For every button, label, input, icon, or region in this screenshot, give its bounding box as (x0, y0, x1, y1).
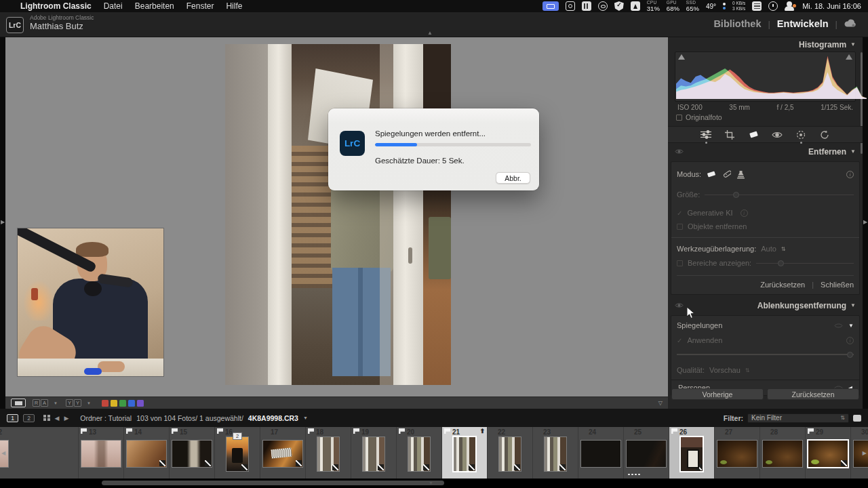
ablenkung-switch-icon[interactable] (675, 302, 684, 308)
adjustments-badge-icon[interactable] (841, 460, 847, 466)
creative-cloud-icon[interactable] (598, 1, 608, 11)
filmstrip-cell-28[interactable]: 28 (760, 427, 806, 479)
photo-thumbnail-16[interactable] (226, 437, 248, 471)
entfernen-reset-link[interactable]: Zurücksetzen (760, 281, 805, 289)
photo-thumbnail-29[interactable] (808, 441, 848, 467)
photo-thumbnail-14[interactable] (127, 441, 166, 467)
filmstrip-cell-23[interactable]: 23 (533, 427, 578, 479)
loupe-view-icon[interactable] (11, 399, 26, 407)
calendar-icon[interactable] (752, 1, 762, 11)
panel-switch-icon[interactable] (675, 148, 684, 155)
masking-tool[interactable] (795, 129, 807, 140)
filmstrip-cell-27[interactable]: 27 (715, 427, 760, 479)
pick-flag-icon[interactable] (399, 428, 405, 434)
main-window-button[interactable]: 1 (7, 414, 18, 422)
photo-thumbnail-17[interactable] (263, 441, 302, 467)
remove-tool[interactable] (747, 129, 760, 140)
photo-thumbnail-20[interactable] (408, 437, 430, 471)
sync-tool[interactable] (818, 129, 831, 140)
anwenden-checkbox[interactable]: ✓ (677, 337, 682, 344)
filmstrip-scroll-right-icon[interactable]: ▶ (863, 450, 867, 456)
photo-thumbnail-23[interactable] (545, 437, 566, 471)
spiegelungen-amount-slider[interactable] (677, 350, 854, 359)
right-panel-collapse-arrow[interactable]: ▶ (863, 219, 867, 225)
crop-tool[interactable] (724, 129, 736, 140)
modus-clone-icon[interactable] (736, 169, 746, 180)
filmstrip-cell-29[interactable]: 29 (806, 427, 851, 479)
filmstrip-cell-20[interactable]: 20 (397, 427, 442, 479)
filmstrip-cell-15[interactable]: 15 (170, 427, 215, 479)
modus-heal-icon[interactable] (721, 169, 731, 180)
camera-icon[interactable] (566, 1, 575, 11)
toolbar-options-dropdown-icon[interactable]: ▽ (658, 400, 663, 406)
adjustments-badge-icon[interactable] (559, 464, 566, 470)
filter-select[interactable]: Kein Filter⇅ (747, 413, 849, 423)
pick-flag-icon[interactable] (308, 428, 314, 434)
groesse-slider[interactable] (705, 191, 854, 199)
reference-view-toggle[interactable]: RA (33, 399, 48, 407)
menubar-clock[interactable]: Mi. 18. Juni 16:06 (802, 2, 861, 10)
objekte-row[interactable]: Objekte entfernen (677, 222, 854, 230)
pick-flag-icon[interactable] (217, 428, 223, 434)
shadow-clipping-icon[interactable] (678, 54, 685, 60)
module-entwickeln[interactable]: Entwickeln (777, 18, 829, 29)
screen-share-icon[interactable] (542, 1, 559, 11)
cpu-stat[interactable]: CPU31% (647, 1, 660, 12)
temperature-stat[interactable]: 49° (706, 3, 716, 10)
pick-flag-icon[interactable] (671, 428, 677, 434)
redeye-tool[interactable] (771, 129, 783, 140)
original-photo-checkbox[interactable] (676, 115, 682, 121)
reference-view-dropdown-icon[interactable]: ▼ (54, 401, 58, 405)
photo-thumbnail-21[interactable] (454, 437, 475, 471)
adjustments-badge-icon[interactable] (423, 464, 429, 470)
adjustments-badge-icon[interactable] (514, 464, 520, 470)
pick-flag-icon[interactable] (172, 428, 178, 434)
modus-eraser-icon[interactable] (706, 169, 716, 180)
status-dots-icon[interactable] (723, 3, 726, 9)
menu-app-name[interactable]: Lightroom Classic (20, 1, 92, 11)
adjustments-badge-icon[interactable] (296, 460, 302, 466)
forward-arrow-icon[interactable]: ▶ (64, 415, 68, 422)
main-photo[interactable] (225, 44, 451, 385)
adjustments-badge-icon[interactable] (159, 460, 165, 466)
filmstrip-cell-25[interactable]: 25 (624, 427, 669, 479)
adjustments-badge-icon[interactable] (696, 464, 702, 470)
anwenden-row[interactable]: ✓ Anwenden i (677, 336, 854, 344)
filmstrip-cell-12[interactable]: 12 (0, 427, 79, 479)
vorherige-button[interactable]: Vorherige (671, 388, 764, 400)
filmstrip-cell-21[interactable]: 21⬆ (442, 427, 488, 479)
filmstrip-cell-17[interactable]: 17 (260, 427, 306, 479)
cancel-button[interactable]: Abbr. (496, 172, 530, 184)
second-window-button[interactable]: 2 (23, 414, 35, 422)
adjustments-badge-icon[interactable] (332, 464, 338, 470)
filmstrip-cell-22[interactable]: 22 (488, 427, 533, 479)
pick-flag-icon[interactable] (81, 428, 87, 434)
filmstrip-scrollbar[interactable] (102, 481, 444, 485)
spiegelungen-collapse-icon[interactable]: ▼ (848, 323, 854, 329)
photo-thumbnail-22[interactable] (499, 437, 521, 471)
ablenkung-collapse-icon[interactable]: ▼ (850, 302, 856, 308)
adjustments-badge-icon[interactable] (205, 460, 211, 466)
pick-flag-icon[interactable] (126, 428, 132, 434)
photo-thumbnail-26[interactable] (681, 437, 703, 471)
adjustments-badge-icon[interactable] (469, 464, 475, 470)
photo-thumbnail-25[interactable] (627, 441, 666, 467)
menu-datei[interactable]: Datei (104, 1, 123, 11)
generative-info-icon[interactable]: i (741, 209, 748, 217)
cloud-sync-icon[interactable] (844, 18, 856, 29)
histogram-collapse-icon[interactable]: ▼ (850, 41, 856, 47)
filmstrip-filename[interactable]: 4K8A9998.CR3 (248, 414, 298, 422)
filmstrip-cell-26[interactable]: 26 (669, 427, 715, 479)
overlay-value[interactable]: Auto (761, 245, 776, 253)
histogram[interactable] (675, 52, 856, 102)
filmstrip-source[interactable]: Ordner : Tutorial (80, 414, 132, 422)
entfernen-close-link[interactable]: Schließen (821, 281, 854, 289)
grid-view-icon[interactable] (43, 415, 50, 422)
back-arrow-icon[interactable]: ◀ (55, 415, 60, 422)
stack-count-badge[interactable]: 2 (233, 432, 242, 440)
user-switch-icon[interactable] (785, 1, 794, 11)
time-machine-icon[interactable] (768, 1, 778, 11)
photo-thumbnail-19[interactable] (363, 437, 384, 471)
adjustments-badge-icon[interactable] (378, 464, 384, 470)
photo-thumbnail-27[interactable] (717, 441, 757, 467)
